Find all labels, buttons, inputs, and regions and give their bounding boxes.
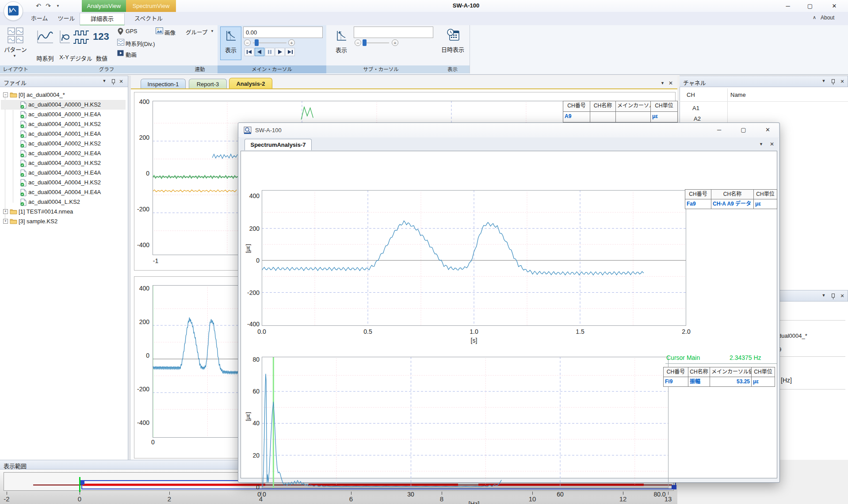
tree-item[interactable]: ac_dual0004_A0000_H.KS2 <box>1 100 126 110</box>
close-button[interactable]: ✕ <box>823 0 845 12</box>
timeseries-icon[interactable] <box>35 28 55 46</box>
movie-icon[interactable] <box>117 50 124 56</box>
ribbon-tab-detail-display[interactable]: 詳細表示 <box>80 13 125 26</box>
window-title: SW-A-100 <box>437 2 495 9</box>
tree-item[interactable]: ac_dual0004_L.KS2 <box>1 197 126 207</box>
ribbon-tab-home[interactable]: ホーム <box>26 13 53 24</box>
channel-col-ch: CH <box>687 92 695 98</box>
panel-menu-icon[interactable]: ▼ <box>101 79 108 83</box>
floating-window[interactable]: SW-A-100 ─ ▢ ✕ SpectrumAnalysis-7 ▼ ✕ [μ… <box>238 122 780 483</box>
movie-button[interactable]: 動画 <box>126 50 137 59</box>
main-cursor-zoomin-icon[interactable]: + <box>288 39 295 46</box>
doc-tab-analysis[interactable]: Analysis-2 <box>229 78 272 89</box>
float-minimize-button[interactable]: ─ <box>709 123 729 137</box>
time-chart[interactable] <box>262 190 686 326</box>
gps-button[interactable]: GPS <box>126 28 137 34</box>
chevron-up-icon[interactable]: ∧ <box>813 15 816 20</box>
doc-tab-inspection[interactable]: Inspection-1 <box>141 79 186 89</box>
tree-item[interactable]: ac_dual0004_A0004_H.E4A <box>1 187 126 197</box>
pattern-dropdown-icon[interactable]: ▼ <box>13 54 16 58</box>
float-tab-close-icon[interactable]: ✕ <box>770 141 774 147</box>
tree-item[interactable]: ac_dual0004_A0003_H.KS2 <box>1 158 126 168</box>
channel-row-a1[interactable]: A1 <box>692 105 699 111</box>
xy-icon[interactable] <box>57 28 72 46</box>
pattern-button[interactable]: パターン <box>1 45 30 53</box>
datetime-display-button[interactable]: 日時表示 <box>440 27 466 59</box>
minimize-button[interactable]: ─ <box>777 0 799 12</box>
float-close-button[interactable]: ✕ <box>758 123 778 137</box>
pattern-grid-icon[interactable] <box>8 27 23 43</box>
tree-item[interactable]: +[1] TEST#0014.nmea <box>1 207 126 217</box>
sub-cursor-show-button[interactable]: 表示 <box>331 27 352 60</box>
tree-item[interactable]: −[0] ac_dual0004_* <box>1 90 126 100</box>
gps-icon[interactable] <box>117 27 124 35</box>
sub-cursor-slider-thumb[interactable] <box>363 39 367 46</box>
float-tab-spectrumanalysis[interactable]: SpectrumAnalysis-7 <box>244 139 312 150</box>
pause-button[interactable] <box>265 48 275 56</box>
panel-close-icon[interactable]: ✕ <box>118 79 125 84</box>
about-link[interactable]: About <box>821 15 834 21</box>
main-cursor-zoomout-icon[interactable]: − <box>244 39 251 46</box>
pin-icon[interactable] <box>832 294 835 298</box>
channel-row-a2[interactable]: A2 <box>694 115 701 122</box>
undo-icon[interactable]: ↶ <box>34 2 42 9</box>
timeseries-div-button[interactable]: 時系列(Div.) <box>126 39 155 48</box>
digital-icon[interactable] <box>72 28 91 46</box>
tree-item[interactable]: ac_dual0004_A0003_H.E4A <box>1 168 126 178</box>
col-ch-no: CH番号 <box>664 367 688 377</box>
tree-item[interactable]: ac_dual0004_A0000_H.E4A <box>1 110 126 119</box>
redo-icon[interactable]: ↷ <box>44 2 52 9</box>
panel-menu-icon[interactable]: ▼ <box>820 293 827 298</box>
main-cursor-show-button[interactable]: 表示 <box>220 27 241 60</box>
sub-cursor-value-input[interactable] <box>354 27 433 38</box>
time-chart-ylabel: [με] <box>244 244 251 253</box>
tree-expander-icon[interactable]: + <box>3 219 8 224</box>
sub-cursor-slider-track[interactable] <box>363 42 389 43</box>
float-title-bar[interactable] <box>238 123 779 138</box>
app-menu-button[interactable] <box>4 1 23 21</box>
range-handle-left[interactable] <box>80 480 84 485</box>
step-back-button[interactable] <box>255 48 264 56</box>
float-tab-menu-icon[interactable]: ▼ <box>759 142 763 146</box>
timeseries-div-icon[interactable] <box>117 39 124 46</box>
range-handle-right[interactable] <box>672 485 676 489</box>
group-dropdown-button[interactable]: グループ <box>186 28 207 36</box>
skip-forward-button[interactable] <box>285 48 295 56</box>
float-maximize-button[interactable]: ▢ <box>733 123 753 137</box>
image-button[interactable]: 画像 <box>164 28 176 37</box>
panel-menu-icon[interactable]: ▼ <box>820 79 827 83</box>
tree-expander-icon[interactable]: − <box>3 92 8 97</box>
range-cursor-line[interactable] <box>79 477 80 492</box>
main-cursor-value-input[interactable] <box>243 27 323 38</box>
image-icon[interactable] <box>156 27 163 34</box>
view-tab-spectrumview[interactable]: SpectrumView <box>126 0 176 12</box>
pin-icon[interactable] <box>112 79 115 83</box>
panel-close-icon[interactable]: ✕ <box>839 79 846 84</box>
tree-item[interactable]: ac_dual0004_A0002_H.KS2 <box>1 139 126 149</box>
panel-close-icon[interactable]: ✕ <box>839 293 846 299</box>
spectrum-chart[interactable] <box>262 357 668 489</box>
doc-tab-menu-icon[interactable]: ▼ <box>661 81 665 85</box>
play-button[interactable] <box>275 48 285 56</box>
ribbon-tab-tools[interactable]: ツール <box>54 13 79 24</box>
sub-cursor-zoomout-icon[interactable]: − <box>355 39 361 46</box>
quick-access-dropdown-icon[interactable]: ▼ <box>54 4 62 8</box>
view-tab-analysisview[interactable]: AnalysisView <box>82 0 126 12</box>
maximize-button[interactable]: ▢ <box>799 0 821 12</box>
tree-item[interactable]: ac_dual0004_A0001_H.KS2 <box>1 119 126 129</box>
doc-tab-report[interactable]: Report-3 <box>189 79 227 89</box>
digital-button[interactable]: デジタル <box>67 54 95 62</box>
pin-icon[interactable] <box>832 79 835 83</box>
tree-item[interactable]: ac_dual0004_A0001_H.E4A <box>1 129 126 139</box>
doc-tab-close-icon[interactable]: ✕ <box>668 80 673 86</box>
tree-expander-icon[interactable]: + <box>3 209 8 214</box>
sub-cursor-zoomin-icon[interactable]: + <box>392 39 398 46</box>
tree-item[interactable]: ac_dual0004_A0004_H.KS2 <box>1 178 126 187</box>
tree-item[interactable]: ac_dual0004_A0002_H.E4A <box>1 149 126 158</box>
numeric-123-icon[interactable]: 123 <box>93 31 109 42</box>
skip-back-button[interactable] <box>244 48 254 56</box>
tree-item[interactable]: +[3] sample.KS2 <box>1 217 126 226</box>
ribbon-tab-spectrum[interactable]: スペクトル <box>129 13 168 24</box>
numeric-button[interactable]: 数値 <box>91 54 112 62</box>
main-cursor-slider-thumb[interactable] <box>255 39 259 46</box>
